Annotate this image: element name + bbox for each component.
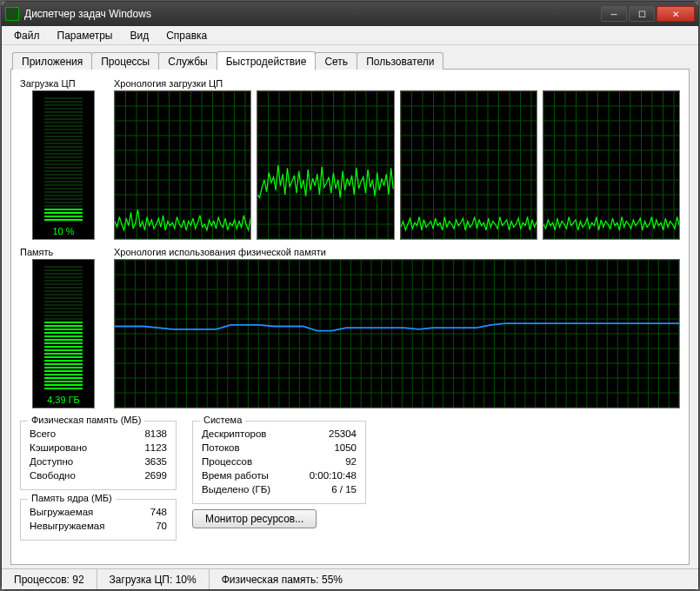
cpu-usage-label: Загрузка ЦП [20,78,107,89]
mem-history-graph [114,259,680,408]
mem-meter-value: 4,39 ГБ [33,395,94,405]
stat-label: Выделено (ГБ) [202,482,270,496]
cpu-history-graph-1 [257,90,394,240]
stat-row: Потоков1050 [202,441,357,455]
stat-row: Кэшировано1123 [30,441,167,455]
stat-label: Доступно [30,455,73,468]
statusbar: Процессов: 92 Загрузка ЦП: 10% Физическа… [2,568,698,589]
stat-label: Процессов [202,455,252,468]
stat-row: Доступно3635 [30,455,167,468]
stat-value: 25304 [329,427,357,441]
stat-label: Всего [30,427,56,441]
status-mem: Физическая память: 55% [210,569,698,589]
system-title: Система [200,415,245,425]
stat-value: 1050 [334,441,357,455]
tab-services[interactable]: Службы [158,52,217,70]
cpu-history-graph-0 [114,90,251,240]
stat-row: Процессов92 [202,455,357,468]
mem-history-label: Хронология использования физической памя… [114,247,680,257]
tab-network[interactable]: Сеть [315,52,357,70]
tab-applications[interactable]: Приложения [12,52,92,70]
stat-row: Дескрипторов25304 [202,427,357,441]
stat-value: 70 [156,519,167,533]
stat-value: 92 [345,455,357,468]
menubar: Файл Параметры Вид Справка [2,26,698,45]
stat-label: Свободно [30,468,76,482]
stat-row: Всего8138 [30,427,167,441]
stat-value: 6 / 15 [331,482,357,496]
memory-label: Память [20,247,107,257]
status-processes: Процессов: 92 [2,569,97,589]
stat-label: Кэшировано [30,441,87,455]
menu-file[interactable]: Файл [7,28,47,43]
tabstrip: Приложения Процессы Службы Быстродействи… [10,50,690,70]
tab-performance[interactable]: Быстродействие [217,51,317,70]
app-icon [5,7,19,21]
content: Приложения Процессы Службы Быстродействи… [2,45,698,568]
kernel-mem-title: Память ядра (МБ) [28,493,116,503]
window-title: Диспетчер задач Windows [24,8,601,20]
cpu-meter-section: Загрузка ЦП 10 % [20,78,107,240]
stat-label: Выгружаемая [30,505,93,519]
menu-help[interactable]: Справка [159,28,214,43]
stat-label: Невыгружаемая [30,519,104,533]
menu-options[interactable]: Параметры [50,28,120,43]
stat-row: Время работы0:00:10:48 [202,468,357,482]
menu-view[interactable]: Вид [123,28,156,43]
cpu-history-graph-2 [400,90,537,240]
minimize-button[interactable]: ─ [601,6,627,22]
mem-meter-section: Память 4,39 ГБ [20,247,107,408]
window-buttons: ─ ☐ ✕ [601,6,695,22]
cpu-history-graph-3 [543,90,680,240]
phys-mem-group: Физическая память (МБ) Всего8138Кэширова… [20,421,177,490]
stat-value: 3635 [144,455,167,468]
panel-performance: Загрузка ЦП 10 % Хронология загрузки ЦП … [10,69,690,565]
cpu-meter: 10 % [32,90,95,240]
tab-processes[interactable]: Процессы [91,52,159,70]
stat-value: 1123 [144,441,167,455]
stat-row: Выгружаемая748 [30,505,167,519]
resource-monitor-button[interactable]: Монитор ресурсов... [192,509,317,528]
tab-users[interactable]: Пользователи [357,52,443,70]
stat-label: Потоков [202,441,240,455]
window: Диспетчер задач Windows ─ ☐ ✕ Файл Парам… [1,1,699,590]
status-cpu: Загрузка ЦП: 10% [97,569,210,589]
stat-row: Свободно2699 [30,468,167,482]
mem-meter: 4,39 ГБ [32,259,95,408]
cpu-history-label: Хронология загрузки ЦП [114,78,680,89]
cpu-meter-value: 10 % [33,226,94,236]
stats-row: Физическая память (МБ) Всего8138Кэширова… [20,421,680,541]
stat-row: Невыгружаемая70 [30,519,167,533]
mem-history-section: Хронология использования физической памя… [114,247,680,408]
stat-label: Дескрипторов [202,427,266,441]
maximize-button[interactable]: ☐ [629,6,655,22]
titlebar[interactable]: Диспетчер задач Windows ─ ☐ ✕ [2,2,698,26]
stat-value: 8138 [144,427,167,441]
stat-label: Время работы [202,468,269,482]
stat-value: 0:00:10:48 [310,468,357,482]
cpu-history-section: Хронология загрузки ЦП [114,78,680,240]
close-button[interactable]: ✕ [657,6,695,22]
stat-value: 748 [150,505,167,519]
stat-row: Выделено (ГБ)6 / 15 [202,482,357,496]
kernel-mem-group: Память ядра (МБ) Выгружаемая748Невыгружа… [20,499,177,541]
phys-mem-title: Физическая память (МБ) [28,415,144,425]
system-group: Система Дескрипторов25304Потоков1050Проц… [192,421,366,504]
stat-value: 2699 [144,468,167,482]
